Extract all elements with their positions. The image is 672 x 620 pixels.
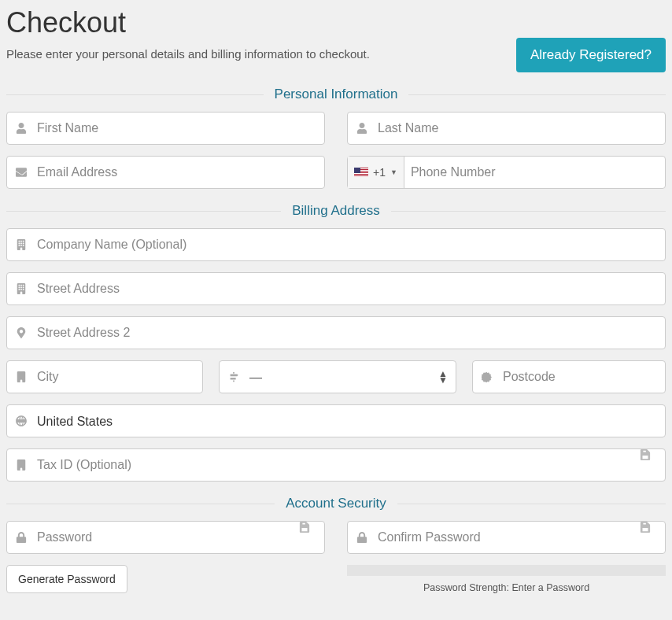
chevron-down-icon: ▼ xyxy=(390,168,397,176)
section-billing-address: Billing Address xyxy=(6,203,666,219)
section-label: Personal Information xyxy=(264,87,409,102)
email-input[interactable] xyxy=(35,157,324,188)
page-title: Checkout xyxy=(6,6,666,39)
state-select[interactable]: — xyxy=(248,361,456,393)
confirm-password-input[interactable] xyxy=(376,522,640,553)
phone-input[interactable] xyxy=(404,157,665,188)
building-icon xyxy=(7,449,35,481)
certificate-icon xyxy=(473,361,501,393)
first-name-input[interactable] xyxy=(35,113,324,144)
section-personal-information: Personal Information xyxy=(6,87,666,102)
user-icon xyxy=(348,113,376,144)
section-account-security: Account Security xyxy=(6,496,666,511)
save-field-icon xyxy=(640,449,665,481)
us-flag-icon xyxy=(354,168,368,177)
map-marker-icon xyxy=(7,317,35,349)
save-field-icon xyxy=(640,522,665,553)
building-icon xyxy=(7,273,35,304)
building-icon xyxy=(7,229,35,260)
street-address-2-input[interactable] xyxy=(35,317,665,349)
tax-id-input[interactable] xyxy=(35,449,640,481)
envelope-icon xyxy=(7,157,35,188)
password-strength-bar xyxy=(347,565,666,576)
company-input[interactable] xyxy=(35,229,665,260)
password-input[interactable] xyxy=(35,522,299,553)
generate-password-button[interactable]: Generate Password xyxy=(6,565,127,593)
already-registered-button[interactable]: Already Registered? xyxy=(516,38,666,72)
user-icon xyxy=(7,113,35,144)
globe-icon xyxy=(7,405,35,437)
save-field-icon xyxy=(299,522,324,553)
building-icon xyxy=(7,361,35,393)
phone-country-selector[interactable]: +1 ▼ xyxy=(348,157,404,188)
password-strength-label: Password Strength: Enter a Password xyxy=(347,582,666,593)
country-select[interactable]: United States xyxy=(35,405,665,437)
city-input[interactable] xyxy=(35,361,202,393)
lock-icon xyxy=(7,522,35,553)
phone-prefix-label: +1 xyxy=(373,166,386,179)
lock-icon xyxy=(348,522,376,553)
last-name-input[interactable] xyxy=(376,113,665,144)
section-label: Billing Address xyxy=(281,203,391,219)
page-subtitle: Please enter your personal details and b… xyxy=(6,44,370,61)
postcode-input[interactable] xyxy=(501,361,665,393)
map-signs-icon xyxy=(220,361,248,393)
street-address-input[interactable] xyxy=(35,273,665,304)
section-label: Account Security xyxy=(275,496,397,511)
